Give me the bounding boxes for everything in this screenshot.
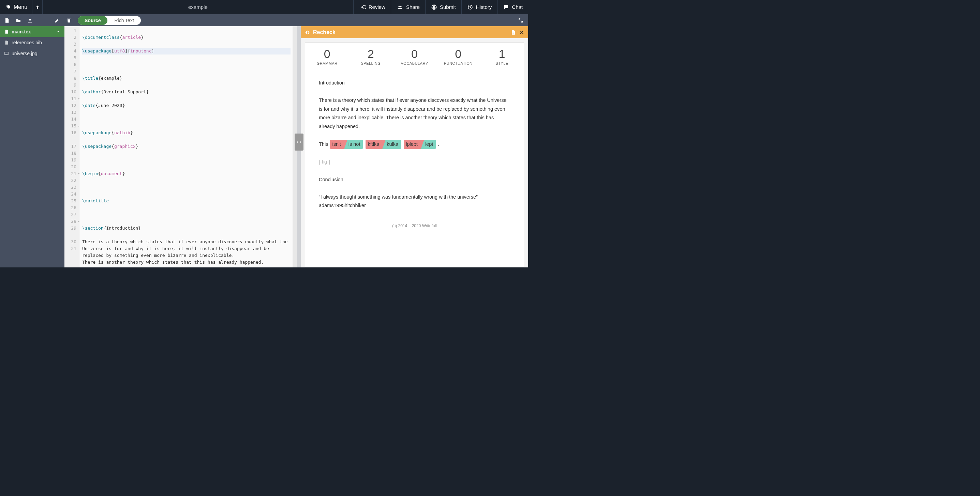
- figure-placeholder: [-fig-]: [319, 158, 510, 166]
- folder-icon: [16, 18, 21, 23]
- pencil-icon: [54, 18, 60, 23]
- review-button[interactable]: Ab Review: [353, 0, 391, 14]
- writefull-panel: Recheck 0GRAMMAR 2SPELLING 0VOCABULARY 0…: [301, 26, 528, 268]
- history-label: History: [476, 4, 492, 10]
- review-label: Review: [369, 4, 385, 10]
- suggestion-kftlka[interactable]: kftlkakulka: [366, 139, 401, 149]
- source-tab[interactable]: Source: [78, 16, 107, 25]
- expand-icon: [518, 18, 523, 23]
- stat-vocabulary: 0VOCABULARY: [393, 43, 436, 71]
- upload-button[interactable]: [25, 16, 35, 25]
- stat-punctuation: 0PUNCTUATION: [436, 43, 480, 71]
- report-card: 0GRAMMAR 2SPELLING 0VOCABULARY 0PUNCTUAT…: [305, 42, 524, 268]
- report-doc-button[interactable]: [511, 29, 516, 35]
- document-icon: [511, 29, 516, 35]
- pane-splitter[interactable]: ‹ ›: [298, 26, 301, 268]
- new-file-button[interactable]: [2, 16, 11, 25]
- text-this: This: [319, 141, 329, 146]
- file-icon: [4, 29, 9, 34]
- file-universe-jpg[interactable]: universe.jpg: [0, 48, 64, 59]
- svg-text:Ab: Ab: [361, 6, 364, 8]
- menu-button[interactable]: Menu: [0, 0, 32, 14]
- up-button[interactable]: [32, 0, 43, 14]
- file-main-tex[interactable]: main.tex: [0, 26, 64, 37]
- submit-icon: [431, 4, 437, 10]
- submit-label: Submit: [440, 4, 456, 10]
- conclusion-quote: “I always thought something was fundamen…: [319, 193, 510, 201]
- delete-button[interactable]: [64, 16, 74, 25]
- svg-point-1: [398, 6, 399, 7]
- richtext-tab[interactable]: Rich Text: [107, 16, 140, 25]
- project-title: example: [43, 4, 353, 10]
- overleaf-logo-icon: [5, 4, 11, 10]
- image-icon: [4, 51, 9, 56]
- refresh-icon: [305, 30, 310, 35]
- review-icon: Ab: [359, 5, 366, 10]
- share-label: Share: [406, 4, 420, 10]
- file-references-bib[interactable]: references.bib: [0, 37, 64, 48]
- intro-paragraph: There is a theory which states that if e…: [319, 96, 510, 131]
- stat-style: 1STYLE: [480, 43, 524, 71]
- close-panel-button[interactable]: [519, 30, 524, 35]
- submit-button[interactable]: Submit: [425, 0, 461, 14]
- file-label: universe.jpg: [11, 51, 38, 56]
- file-tree: main.tex references.bib universe.jpg: [0, 26, 64, 268]
- history-icon: [467, 4, 473, 10]
- share-icon: [396, 5, 403, 10]
- recheck-label: Recheck: [313, 29, 336, 35]
- conclusion-cite: adams1995hitchhiker: [319, 201, 510, 210]
- chevron-down-icon[interactable]: [56, 30, 60, 34]
- suggestion-isnt[interactable]: isn'tis not: [330, 139, 363, 149]
- fullscreen-button[interactable]: [518, 18, 526, 23]
- rename-button[interactable]: [52, 16, 62, 25]
- main-area: main.tex references.bib universe.jpg 123…: [0, 26, 528, 268]
- history-button[interactable]: History: [461, 0, 498, 14]
- up-arrow-icon: [35, 5, 40, 10]
- share-button[interactable]: Share: [391, 0, 425, 14]
- suggestion-lplept[interactable]: lpleptlept: [404, 139, 436, 149]
- trash-icon: [66, 18, 72, 23]
- stat-grammar: 0GRAMMAR: [305, 43, 349, 71]
- report-content[interactable]: Introduction There is a theory which sta…: [305, 71, 524, 267]
- close-icon: [519, 30, 524, 35]
- file-icon: [4, 40, 9, 45]
- suggestions-line: This isn'tis not kftlkakulka lpleptlept …: [319, 139, 510, 149]
- line-gutter: 1234567891011121314151617181920212223242…: [64, 26, 80, 268]
- recheck-bar: Recheck: [301, 26, 528, 38]
- file-label: references.bib: [11, 40, 42, 45]
- stat-spelling: 2SPELLING: [349, 43, 393, 71]
- conclusion-block: “I always thought something was fundamen…: [319, 193, 510, 210]
- svg-point-2: [400, 6, 402, 7]
- chat-icon: [503, 4, 509, 10]
- report-footer: (c) 2014 – 2020 Writefull: [319, 219, 510, 233]
- editor-mode-toggle: Source Rich Text: [78, 16, 141, 25]
- editor-toolbar: Source Rich Text: [0, 14, 528, 26]
- code-content[interactable]: \documentclass{article} \usepackage[utf8…: [80, 26, 293, 268]
- menu-label: Menu: [14, 4, 27, 10]
- upload-icon: [27, 18, 33, 23]
- file-label: main.tex: [11, 29, 31, 35]
- text-dot: .: [438, 141, 439, 146]
- splitter-handle-right[interactable]: ›: [298, 133, 304, 151]
- code-editor[interactable]: 1234567891011121314151617181920212223242…: [64, 26, 298, 268]
- section-conclusion-heading: Conclusion: [319, 176, 510, 184]
- chat-label: Chat: [512, 4, 523, 10]
- stats-row: 0GRAMMAR 2SPELLING 0VOCABULARY 0PUNCTUAT…: [305, 43, 524, 71]
- topbar: Menu example Ab Review Share Submit Hist…: [0, 0, 528, 14]
- section-intro-heading: Introduction: [319, 79, 510, 87]
- file-icon: [4, 18, 10, 23]
- new-folder-button[interactable]: [14, 16, 23, 25]
- chat-button[interactable]: Chat: [497, 0, 528, 14]
- recheck-button[interactable]: Recheck: [305, 29, 336, 35]
